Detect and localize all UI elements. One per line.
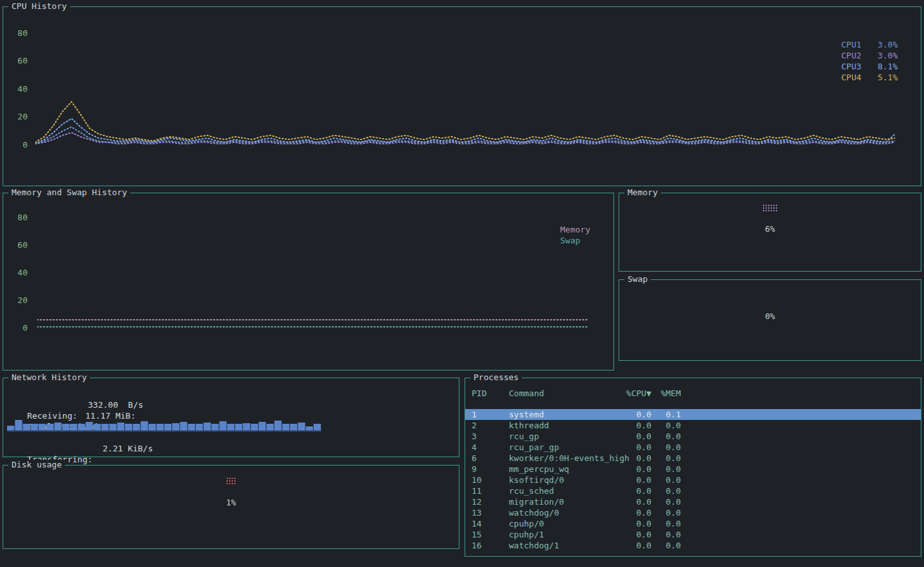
network-receive-bar-chart bbox=[7, 419, 321, 432]
process-row[interactable]: 13watchdog/00.00.0 bbox=[465, 507, 921, 518]
legend-label: Memory bbox=[560, 224, 590, 235]
legend-entry-cpu1: CPU13.0% bbox=[841, 39, 898, 50]
y-axis-tick: 0 bbox=[8, 140, 28, 150]
network-receiving-line: Receiving: 332.00 B/s bbox=[7, 399, 78, 410]
process-mem: 0.0 bbox=[666, 485, 681, 496]
memory-panel-title: Memory bbox=[624, 188, 661, 198]
legend-entry-cpu2: CPU23.0% bbox=[841, 50, 898, 61]
column-header-cpu-sort[interactable]: %CPU▼ bbox=[626, 388, 651, 399]
column-header-mem[interactable]: %MEM bbox=[661, 388, 681, 399]
process-cpu: 0.0 bbox=[637, 431, 651, 442]
receiving-value: 332.00 B/s bbox=[88, 399, 143, 410]
cpu-history-chart bbox=[35, 26, 895, 145]
memory-swap-history-panel: Memory and Swap History MemorySwap 80604… bbox=[3, 193, 614, 371]
process-pid: 6 bbox=[472, 453, 477, 464]
process-mem: 0.0 bbox=[666, 453, 681, 464]
process-command: mm_percpu_wq bbox=[509, 464, 569, 475]
swap-percent: 0% bbox=[619, 311, 921, 321]
y-axis-tick: 60 bbox=[8, 56, 28, 66]
process-row-selected[interactable]: 1systemd0.00.1 bbox=[465, 409, 921, 420]
process-row[interactable]: 4rcu_par_gp0.00.0 bbox=[465, 442, 921, 453]
y-axis-tick: 40 bbox=[8, 268, 28, 278]
legend-value: 5.1% bbox=[878, 72, 898, 83]
disk-usage-panel: Disk usage 1% bbox=[3, 465, 459, 549]
process-pid: 11 bbox=[472, 485, 482, 496]
processes-panel: Processes PID Command %CPU▼ %MEM 1system… bbox=[465, 378, 921, 557]
process-command: kworker/0:0H-events_high bbox=[509, 453, 629, 464]
y-axis-tick: 20 bbox=[8, 295, 28, 306]
transferring-value: 2.21 KiB/s bbox=[103, 443, 153, 454]
process-mem: 0.0 bbox=[666, 475, 681, 485]
legend-entry-cpu3: CPU38.1% bbox=[841, 61, 898, 72]
legend-label: CPU2 bbox=[841, 50, 861, 61]
process-table-header: PID Command %CPU▼ %MEM bbox=[465, 388, 921, 399]
process-row[interactable]: 6kworker/0:0H-events_high0.00.0 bbox=[465, 453, 921, 464]
series-cpu3 bbox=[35, 119, 895, 144]
process-command: migration/0 bbox=[509, 496, 564, 507]
process-cpu: 0.0 bbox=[637, 409, 651, 420]
process-row[interactable]: 16watchdog/10.00.0 bbox=[465, 540, 921, 551]
legend-label: Swap bbox=[560, 235, 580, 246]
process-mem: 0.0 bbox=[666, 518, 681, 529]
column-header-pid[interactable]: PID bbox=[472, 388, 486, 399]
process-mem: 0.0 bbox=[666, 529, 681, 540]
process-mem: 0.0 bbox=[666, 420, 681, 431]
process-pid: 13 bbox=[472, 507, 482, 518]
process-cpu: 0.0 bbox=[637, 442, 651, 453]
process-cpu: 0.0 bbox=[637, 507, 651, 518]
column-header-command[interactable]: Command bbox=[509, 388, 544, 399]
legend-entry-swap: Swap bbox=[560, 235, 590, 246]
disk-panel-title: Disk usage bbox=[8, 460, 65, 470]
process-cpu: 0.0 bbox=[637, 453, 651, 464]
legend-value: 3.0% bbox=[878, 50, 898, 61]
process-row[interactable]: 14cpuhp/00.00.0 bbox=[465, 518, 921, 529]
process-row[interactable]: 3rcu_gp0.00.0 bbox=[465, 431, 921, 442]
process-pid: 12 bbox=[472, 496, 482, 507]
process-cpu: 0.0 bbox=[637, 485, 651, 496]
swap-panel: Swap 0% bbox=[619, 279, 921, 361]
process-row[interactable]: 11rcu_sched0.00.0 bbox=[465, 485, 921, 496]
y-axis-tick: 80 bbox=[8, 28, 28, 39]
y-axis-tick: 40 bbox=[8, 84, 28, 94]
legend-label: CPU4 bbox=[841, 72, 861, 83]
memory-swap-history-chart bbox=[37, 215, 589, 328]
disk-percent: 1% bbox=[3, 498, 459, 507]
process-pid: 4 bbox=[472, 442, 477, 453]
process-mem: 0.0 bbox=[666, 431, 681, 442]
process-mem: 0.0 bbox=[666, 507, 681, 518]
process-command: ksoftirqd/0 bbox=[509, 475, 564, 485]
process-command: cpuhp/0 bbox=[509, 518, 544, 529]
process-pid: 10 bbox=[472, 475, 482, 485]
process-command: cpuhp/1 bbox=[509, 529, 544, 540]
legend-label: CPU3 bbox=[841, 61, 861, 72]
legend-value: 3.0% bbox=[878, 39, 898, 50]
process-row[interactable]: 2kthreadd0.00.0 bbox=[465, 420, 921, 431]
swap-panel-title: Swap bbox=[624, 274, 651, 284]
process-mem: 0.0 bbox=[666, 496, 681, 507]
process-row[interactable]: 9mm_percpu_wq0.00.0 bbox=[465, 464, 921, 475]
process-mem: 0.0 bbox=[666, 442, 681, 453]
process-pid: 9 bbox=[472, 464, 477, 475]
process-row[interactable]: 15cpuhp/10.00.0 bbox=[465, 529, 921, 540]
memory-panel: Memory 6% bbox=[619, 193, 921, 272]
process-pid: 16 bbox=[472, 540, 482, 551]
process-row[interactable]: 12migration/00.00.0 bbox=[465, 496, 921, 507]
memory-pie-icon bbox=[762, 204, 777, 212]
network-transferring-line: Transferring: 2.21 KiB/s bbox=[7, 443, 92, 454]
legend-value: 8.1% bbox=[878, 61, 898, 72]
process-command: kthreadd bbox=[509, 420, 549, 431]
processes-panel-title: Processes bbox=[470, 372, 522, 383]
process-cpu: 0.0 bbox=[637, 529, 651, 540]
process-command: rcu_sched bbox=[509, 485, 554, 496]
process-row[interactable]: 10ksoftirqd/00.00.0 bbox=[465, 475, 921, 485]
memory-swap-legend: MemorySwap bbox=[560, 224, 590, 246]
cpu-legend: CPU13.0%CPU23.0%CPU38.1%CPU45.1% bbox=[841, 39, 898, 83]
process-command: systemd bbox=[509, 409, 544, 420]
process-mem: 0.0 bbox=[666, 464, 681, 475]
cpu-panel-title: CPU History bbox=[8, 1, 70, 12]
process-pid: 3 bbox=[472, 431, 477, 442]
process-cpu: 0.0 bbox=[637, 420, 651, 431]
process-cpu: 0.0 bbox=[637, 540, 651, 551]
process-cpu: 0.0 bbox=[637, 464, 651, 475]
y-axis-tick: 0 bbox=[8, 323, 28, 333]
